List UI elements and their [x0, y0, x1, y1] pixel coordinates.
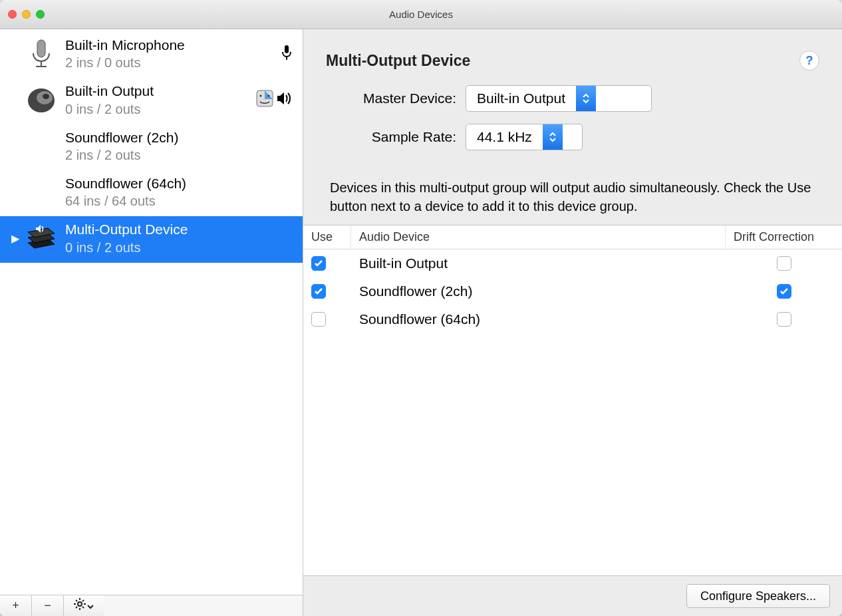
description: Devices in this multi-output group will …	[303, 169, 842, 225]
device-badges	[280, 44, 293, 64]
sidebar-footer: + −	[0, 595, 303, 616]
master-device-label: Master Device:	[326, 90, 466, 106]
svg-rect-0	[37, 40, 45, 57]
help-button[interactable]: ?	[799, 51, 819, 71]
device-name: Multi-Output Device	[65, 220, 293, 239]
device-meta: 2 ins / 0 outs	[65, 55, 280, 71]
sidebar: ▶ Built-in Microphone 2 ins / 0 outs	[0, 29, 303, 616]
sidebar-item-built-in-microphone[interactable]: ▶ Built-in Microphone 2 ins / 0 outs	[0, 32, 303, 78]
main-header: Multi-Output Device ? Master Device: Bui…	[303, 29, 842, 169]
microphone-icon	[21, 37, 61, 71]
help-icon: ?	[806, 54, 813, 68]
stack-speaker-icon	[21, 223, 61, 253]
device-name: Soundflower (64ch)	[65, 174, 293, 193]
minus-icon: −	[44, 599, 51, 613]
device-meta: 2 ins / 2 outs	[65, 147, 293, 164]
updown-icon	[543, 124, 563, 150]
device-text: Built-in Microphone 2 ins / 0 outs	[61, 36, 280, 71]
table-row[interactable]: Soundflower (2ch)	[303, 277, 842, 305]
input-mic-icon	[280, 44, 293, 64]
table-row[interactable]: Built-in Output	[303, 249, 842, 277]
device-list: ▶ Built-in Microphone 2 ins / 0 outs	[0, 29, 303, 595]
zoom-button[interactable]	[36, 10, 45, 19]
master-device-row: Master Device: Built-in Output	[326, 85, 819, 112]
window-title: Audio Devices	[0, 9, 842, 20]
svg-line-18	[82, 600, 84, 601]
sample-rate-select[interactable]: 44.1 kHz	[466, 124, 583, 150]
remove-button[interactable]: −	[32, 595, 64, 616]
cell-use	[303, 305, 351, 333]
main-pane: Multi-Output Device ? Master Device: Bui…	[303, 29, 842, 616]
cell-drift	[726, 277, 842, 305]
output-speaker-icon	[276, 91, 293, 108]
svg-point-10	[268, 95, 270, 97]
cell-drift	[726, 305, 842, 333]
device-meta: 0 ins / 2 outs	[65, 101, 256, 118]
drift-checkbox[interactable]	[777, 312, 791, 327]
gear-icon	[74, 598, 86, 613]
device-text: Soundflower (64ch) 64 ins / 64 outs	[61, 174, 293, 210]
form-rows: Master Device: Built-in Output Sample Ra…	[326, 85, 819, 150]
cell-device: Soundflower (2ch)	[351, 277, 726, 305]
traffic-lights	[8, 10, 45, 19]
sidebar-item-soundflower-2ch[interactable]: ▶ Soundflower (2ch) 2 ins / 2 outs	[0, 124, 303, 170]
drift-checkbox[interactable]	[777, 256, 791, 271]
col-header-device[interactable]: Audio Device	[351, 226, 726, 249]
titlebar: Audio Devices	[0, 0, 842, 29]
close-button[interactable]	[8, 10, 17, 19]
svg-point-9	[260, 95, 262, 97]
device-text: Multi-Output Device 0 ins / 2 outs	[61, 220, 293, 255]
svg-rect-3	[285, 45, 289, 53]
cell-drift	[726, 249, 842, 277]
cell-device: Soundflower (64ch)	[351, 305, 726, 333]
plus-icon: +	[12, 599, 19, 613]
sample-rate-row: Sample Rate: 44.1 kHz	[326, 124, 819, 150]
sample-rate-value: 44.1 kHz	[466, 129, 543, 145]
svg-line-17	[82, 607, 84, 608]
device-meta: 64 ins / 64 outs	[65, 193, 293, 210]
page-title: Multi-Output Device	[326, 52, 470, 70]
title-row: Multi-Output Device ?	[326, 51, 819, 71]
body: ▶ Built-in Microphone 2 ins / 0 outs	[0, 29, 842, 616]
cell-use	[303, 277, 351, 305]
use-checkbox[interactable]	[311, 284, 326, 299]
updown-icon	[576, 86, 596, 111]
sample-rate-label: Sample Rate:	[326, 129, 466, 145]
master-device-value: Built-in Output	[466, 90, 576, 106]
svg-line-19	[76, 607, 77, 608]
cell-use	[303, 249, 351, 277]
add-button[interactable]: +	[0, 595, 32, 616]
use-checkbox[interactable]	[311, 256, 326, 271]
cell-device: Built-in Output	[351, 249, 726, 277]
device-name: Soundflower (2ch)	[65, 128, 293, 147]
drift-checkbox[interactable]	[777, 284, 791, 299]
chevron-down-icon	[87, 599, 94, 613]
col-header-drift[interactable]: Drift Correction	[726, 226, 842, 249]
configure-speakers-button[interactable]: Configure Speakers...	[686, 584, 830, 608]
device-text: Built-in Output 0 ins / 2 outs	[61, 82, 256, 117]
svg-point-11	[78, 602, 82, 606]
svg-line-16	[76, 600, 77, 601]
device-name: Built-in Output	[65, 82, 256, 100]
table-row[interactable]: Soundflower (64ch)	[303, 305, 842, 333]
col-header-use[interactable]: Use	[303, 226, 351, 249]
device-name: Built-in Microphone	[65, 36, 280, 55]
use-checkbox[interactable]	[311, 312, 326, 327]
main-footer: Configure Speakers...	[303, 576, 842, 616]
table-header: Use Audio Device Drift Correction	[303, 226, 842, 249]
finder-icon	[256, 90, 273, 110]
devices-table: Use Audio Device Drift Correction Built-…	[303, 225, 842, 576]
device-badges	[256, 90, 293, 110]
sidebar-item-soundflower-64ch[interactable]: ▶ Soundflower (64ch) 64 ins / 64 outs	[0, 170, 303, 216]
window: Audio Devices ▶ Built-in Microphone 2 in…	[0, 0, 842, 616]
device-text: Soundflower (2ch) 2 ins / 2 outs	[61, 128, 293, 164]
device-meta: 0 ins / 2 outs	[65, 239, 293, 256]
speaker-icon	[21, 83, 61, 116]
settings-button[interactable]	[64, 595, 104, 616]
disclosure-triangle-icon: ▶	[9, 232, 21, 245]
sidebar-item-built-in-output[interactable]: ▶ Built-in Output 0 ins / 2 outs	[0, 78, 303, 124]
svg-point-7	[43, 94, 49, 99]
master-device-select[interactable]: Built-in Output	[466, 85, 652, 112]
minimize-button[interactable]	[22, 10, 31, 19]
sidebar-item-multi-output[interactable]: ▶ Multi-Output Device 0 ins / 2 outs	[0, 216, 303, 262]
